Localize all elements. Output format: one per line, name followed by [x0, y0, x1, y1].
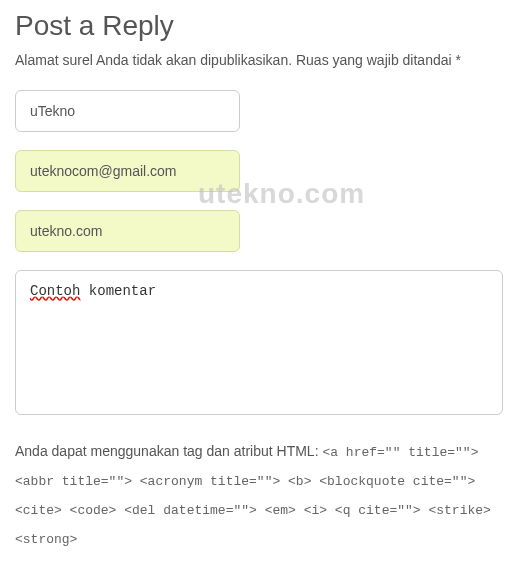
website-field[interactable] — [15, 210, 240, 252]
form-description: Alamat surel Anda tidak akan dipublikasi… — [15, 52, 504, 68]
comment-word-misspelled: Contoh — [30, 283, 80, 299]
comment-textarea[interactable]: Contoh komentar — [15, 270, 503, 415]
allowed-intro: Anda dapat menggunakan tag dan atribut H… — [15, 443, 322, 459]
allowed-tags-code: <a href="" title=""> <abbr title=""> <ac… — [15, 445, 491, 547]
name-field[interactable] — [15, 90, 240, 132]
email-field[interactable] — [15, 150, 240, 192]
page-title: Post a Reply — [15, 10, 504, 42]
comment-word: komentar — [89, 283, 156, 299]
allowed-tags-info: Anda dapat menggunakan tag dan atribut H… — [15, 437, 505, 553]
